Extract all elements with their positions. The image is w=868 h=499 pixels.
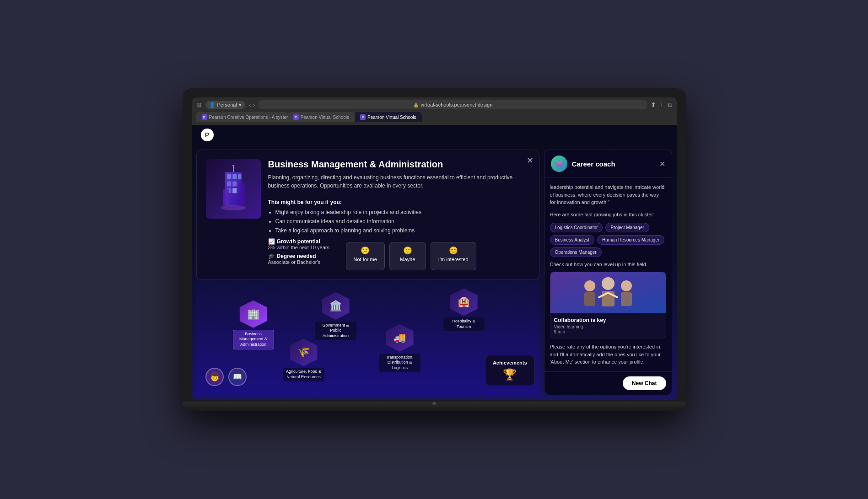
profile-icon: 👤	[209, 102, 216, 108]
sidebar-toggle-icon[interactable]: ⊞	[196, 101, 202, 108]
coach-body: leadership potential and navigate the in…	[545, 178, 672, 371]
career-card: Business Management & Administration Pla…	[196, 150, 539, 280]
coach-footer: New Chat	[545, 371, 672, 395]
cluster-trans[interactable]: 🚚 Transportation, Distribution & Logisti…	[379, 324, 421, 372]
chevron-down-icon: ▾	[239, 102, 242, 108]
browser-actions: ⬆ + ⧉	[651, 101, 672, 109]
tab-3-label: Pearson Virtual Schools	[367, 115, 416, 120]
job-tag-project[interactable]: Project Manager	[605, 223, 649, 232]
tab-2-favicon: P	[293, 114, 299, 120]
svg-rect-8	[223, 189, 229, 206]
add-tab-icon[interactable]: +	[660, 101, 663, 109]
career-coach-panel: 👾 Career coach ✕ leadership potential an…	[544, 150, 672, 395]
cluster-agri[interactable]: 🌾 Agriculture, Food & Natural Resources	[283, 338, 324, 381]
back-button[interactable]: ‹	[249, 101, 251, 108]
tab-1-favicon: P	[202, 114, 207, 120]
agri-icon: 🌾	[290, 338, 318, 366]
svg-point-14	[584, 280, 595, 291]
gov-label: Government & Public Administration	[315, 322, 356, 340]
laptop-bottom	[183, 402, 686, 411]
cluster-bma[interactable]: 🏢 Business Management & Administration	[233, 300, 274, 349]
coach-jobs-intro: Here are some fast growing jobs in this …	[550, 211, 666, 219]
coach-header: 👾 Career coach ✕	[545, 150, 672, 178]
career-card-close-button[interactable]: ✕	[527, 156, 534, 166]
career-card-title: Business Management & Administration	[268, 159, 530, 170]
interested-icon: 😊	[449, 246, 458, 255]
rate-text: Please rate any of the options you're in…	[550, 343, 666, 366]
bma-label: Business Management & Administration	[233, 330, 274, 349]
book-button[interactable]: 📖	[228, 368, 247, 386]
nav-arrows: ‹ ›	[249, 101, 255, 108]
svg-rect-3	[238, 174, 241, 179]
interest-buttons: 😕 Not for me 🙂 Maybe 😊	[346, 242, 476, 270]
trophy-icon: 🏆	[493, 368, 527, 381]
achievements-title: Achievements	[493, 360, 527, 365]
app-header: P	[192, 125, 677, 145]
svg-rect-4	[227, 182, 231, 187]
svg-rect-15	[584, 292, 595, 306]
share-icon[interactable]: ⬆	[651, 101, 656, 109]
tab-2[interactable]: P Pearson Virtual Schools	[288, 112, 355, 122]
trans-icon: 🚚	[386, 324, 414, 352]
career-card-meta: 📈 Growth potential 3% within the next 10…	[268, 238, 337, 265]
video-info: Collaboration is key Video learning 9 mi…	[550, 313, 666, 338]
app-content: Business Management & Administration Pla…	[192, 145, 677, 400]
maybe-button[interactable]: 🙂 Maybe	[389, 242, 426, 270]
coach-title: Career coach	[572, 160, 655, 168]
interested-button[interactable]: 😊 I'm interested	[431, 242, 476, 270]
coach-close-button[interactable]: ✕	[659, 160, 665, 168]
job-tag-logistics[interactable]: Logistics Coordinator	[550, 223, 603, 232]
svg-rect-1	[227, 174, 231, 179]
user-avatar[interactable]: 👦	[205, 368, 224, 386]
job-tag-analyst[interactable]: Business Analyst	[550, 235, 595, 245]
hosp-icon: 🏨	[450, 288, 478, 316]
tab-3-favicon: P	[360, 114, 366, 120]
hosp-label: Hospitality & Tourism	[443, 317, 485, 331]
browser-tabs: P Pearson Creative Operations - A system…	[196, 112, 672, 122]
achievements-badge[interactable]: Achievements 🏆	[485, 355, 535, 386]
svg-rect-2	[232, 174, 237, 179]
video-title: Collaboration is key	[554, 317, 662, 323]
windows-icon[interactable]: ⧉	[668, 101, 672, 109]
cluster-gov[interactable]: 🏛️ Government & Public Administration	[315, 292, 356, 340]
svg-point-16	[602, 277, 615, 290]
job-tag-hr[interactable]: Human Resources Manager	[597, 235, 664, 245]
address-bar[interactable]: 🔒 virtual-schools.pearsonct.design	[259, 100, 647, 109]
level-up-text: Check out how you can level up in this f…	[550, 262, 666, 267]
laptop-frame: ⊞ 👤 Personal ▾ ‹ › 🔒 virtual-schools.pea…	[183, 88, 686, 411]
bma-icon: 🏢	[240, 300, 267, 328]
map-area: Business Management & Administration Pla…	[196, 150, 539, 395]
not-for-me-icon: 😕	[361, 246, 370, 255]
career-card-description: Planning, organizing, directing and eval…	[268, 173, 530, 235]
svg-rect-5	[232, 182, 237, 187]
svg-point-12	[232, 165, 234, 167]
coach-avatar: 👾	[551, 156, 567, 172]
new-chat-button[interactable]: New Chat	[623, 376, 666, 390]
tab-1-label: Pearson Creative Operations - A system f…	[209, 115, 288, 120]
tab-2-label: Pearson Virtual Schools	[301, 115, 350, 120]
svg-rect-9	[239, 183, 244, 206]
cluster-hosp[interactable]: 🏨 Hospitality & Tourism	[443, 288, 485, 331]
app-container: P	[192, 125, 677, 400]
url-text: virtual-schools.pearsonct.design	[421, 102, 492, 107]
forward-button[interactable]: ›	[253, 101, 255, 108]
maybe-icon: 🙂	[403, 246, 412, 255]
lock-icon: 🔒	[413, 102, 419, 107]
laptop-camera	[432, 402, 436, 405]
agri-label: Agriculture, Food & Natural Resources	[283, 368, 324, 381]
gov-icon: 🏛️	[322, 292, 350, 320]
video-card[interactable]: Collaboration is key Video learning 9 mi…	[550, 272, 666, 338]
tab-1[interactable]: P Pearson Creative Operations - A system…	[196, 112, 288, 122]
profile-label: Personal	[217, 102, 237, 107]
profile-pill[interactable]: 👤 Personal ▾	[205, 101, 245, 109]
trans-label: Transportation, Distribution & Logistics	[379, 354, 421, 372]
bottom-bar: 👦 📖	[205, 368, 247, 386]
not-for-me-button[interactable]: 😕 Not for me	[346, 242, 385, 270]
video-thumbnail	[550, 272, 666, 313]
svg-point-18	[621, 280, 632, 291]
video-thumbnail-image	[550, 272, 666, 313]
job-tag-operations[interactable]: Operations Manager	[550, 247, 602, 257]
tab-3[interactable]: P Pearson Virtual Schools	[355, 112, 422, 122]
svg-rect-19	[621, 292, 632, 306]
svg-point-10	[221, 205, 246, 210]
